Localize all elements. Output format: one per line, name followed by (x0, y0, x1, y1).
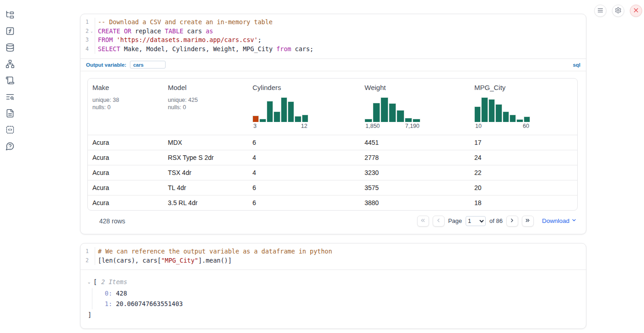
sql-code-editor[interactable]: 1-- Download a CSV and create an in-memo… (80, 14, 586, 58)
settings-button[interactable] (612, 5, 624, 17)
histogram-bar (495, 104, 502, 122)
column-label: Make (92, 84, 159, 91)
column-label: Model (168, 84, 243, 91)
sidebar-help-circle-icon[interactable] (5, 142, 15, 151)
table-cell: 3230 (360, 165, 470, 180)
row-count: 428 rows (99, 217, 125, 225)
code-line[interactable]: 3FROM 'https://datasets.marimo.app/cars.… (80, 36, 586, 45)
sidebar-scroll-icon[interactable] (5, 76, 15, 85)
item-index: 0: (105, 290, 112, 297)
sidebar-function-square-icon[interactable] (5, 26, 15, 36)
list-output: ⌄ [ 2 Items 0: 4281: 20.060747663551403 … (80, 270, 586, 328)
python-cell: 1# We can reference the output variable … (80, 243, 586, 329)
table-cell: 2778 (360, 150, 470, 165)
sidebar-list-search-icon[interactable] (5, 92, 15, 101)
page-select[interactable]: 1 (466, 216, 486, 226)
last-page-button[interactable] (522, 216, 534, 227)
sidebar-network-icon[interactable] (5, 59, 15, 69)
code-text: [len(cars), cars["MPG_City"].mean()] (95, 256, 232, 265)
column-header-model[interactable]: Modelunique: 425nulls: 0 (163, 79, 248, 135)
sidebar-code-square-icon[interactable] (5, 125, 15, 134)
code-line[interactable]: 2[len(cars), cars["MPG_City"].mean()] (80, 256, 586, 265)
table-cell: 18 (470, 196, 577, 210)
code-line[interactable]: 4SELECT Make, Model, Cylinders, Weight, … (80, 45, 586, 54)
histogram-axis-labels: 312 (252, 123, 308, 129)
chevron-down-icon (571, 217, 577, 224)
column-stats: unique: 38nulls: 0 (92, 96, 159, 111)
output-variable-input[interactable] (130, 61, 166, 69)
table-cell: Acura (88, 150, 163, 165)
column-header-make[interactable]: Makeunique: 38nulls: 0 (88, 79, 163, 135)
histogram-bar (524, 116, 530, 122)
column-histogram[interactable]: 1060 (474, 97, 530, 129)
table-cell: 3.5 RL 4dr (163, 196, 248, 210)
table-cell: Acura (88, 165, 163, 180)
histogram-bars (365, 97, 420, 122)
histogram-bars (252, 97, 308, 122)
open-bracket: [ (93, 277, 97, 286)
histogram-bar (510, 115, 516, 122)
language-badge: sql (573, 62, 580, 68)
data-table: Makeunique: 38nulls: 0Modelunique: 425nu… (87, 78, 578, 211)
sql-cell: 1-- Download a CSV and create an in-memo… (80, 14, 586, 234)
histogram-bar (389, 103, 397, 122)
prev-page-button[interactable] (433, 216, 445, 227)
histogram-bar (288, 101, 294, 122)
item-value: 428 (116, 290, 127, 297)
histogram-bar (413, 119, 420, 122)
table-row[interactable]: Acura3.5 RL 4dr6388018 (88, 195, 577, 210)
table-footer: 428 rows Page 1 of 86 Download (87, 211, 578, 229)
line-number: 1 (80, 247, 95, 256)
menu-button[interactable] (594, 5, 606, 17)
table-cell: 17 (470, 135, 577, 150)
table-cell: 4 (248, 150, 360, 165)
table-row[interactable]: AcuraRSX Type S 2dr4277824 (88, 150, 577, 165)
histogram-bar (373, 103, 381, 122)
sidebar-file-text-icon[interactable] (5, 109, 15, 118)
histogram-bar (281, 97, 287, 122)
column-label: MPG_City (474, 84, 573, 91)
column-header-cylinders[interactable]: Cylinders312 (248, 79, 360, 135)
line-number: 4 (80, 45, 95, 54)
table-row[interactable]: AcuraMDX6445117 (88, 135, 577, 150)
python-code-editor[interactable]: 1# We can reference the output variable … (80, 243, 586, 270)
histogram-bar (259, 119, 266, 122)
table-cell: Acura (88, 180, 163, 195)
item-index: 1: (105, 300, 112, 307)
column-histogram[interactable]: 312 (252, 97, 308, 129)
code-line[interactable]: 2⌄CREATE OR replace TABLE cars as (80, 27, 586, 36)
list-output-header[interactable]: ⌄ [ 2 Items (88, 277, 579, 286)
histogram-bar (365, 119, 372, 122)
table-cell: 20 (470, 180, 577, 195)
notebook-controls (594, 5, 642, 17)
sql-output: Makeunique: 38nulls: 0Modelunique: 425nu… (80, 71, 586, 234)
chevron-left-icon (435, 217, 441, 225)
code-line[interactable]: 1-- Download a CSV and create an in-memo… (80, 18, 586, 27)
fold-chevron-icon[interactable]: ⌄ (89, 27, 95, 36)
download-button[interactable]: Download (542, 217, 577, 224)
table-row[interactable]: AcuraTSX 4dr4323022 (88, 165, 577, 180)
sidebar-file-tree-icon[interactable] (5, 10, 15, 19)
helper-sidebar (0, 0, 20, 151)
code-line[interactable]: 1# We can reference the output variable … (80, 247, 586, 256)
shutdown-button[interactable] (630, 5, 642, 17)
list-items: 0: 4281: 20.060747663551403 (92, 288, 579, 309)
histogram-axis-labels: 1060 (474, 123, 530, 129)
first-page-button[interactable] (417, 216, 429, 227)
collapse-caret-icon[interactable]: ⌄ (88, 277, 93, 286)
column-histogram[interactable]: 1,8507,190 (365, 97, 420, 129)
next-page-button[interactable] (506, 216, 518, 227)
line-number: 1 (80, 18, 95, 27)
gear-icon (615, 7, 622, 15)
column-label: Cylinders (252, 84, 355, 91)
sidebar-database-icon[interactable] (5, 43, 15, 52)
column-label: Weight (365, 84, 465, 91)
column-header-mpg_city[interactable]: MPG_City1060 (470, 79, 577, 135)
item-value: 20.060747663551403 (116, 300, 182, 307)
axis-max-label: 60 (523, 123, 529, 129)
table-row[interactable]: AcuraTL 4dr6357520 (88, 180, 577, 195)
download-label: Download (542, 217, 569, 224)
histogram-bar (397, 110, 404, 122)
list-item: 1: 20.060747663551403 (105, 299, 579, 309)
column-header-weight[interactable]: Weight1,8507,190 (360, 79, 470, 135)
